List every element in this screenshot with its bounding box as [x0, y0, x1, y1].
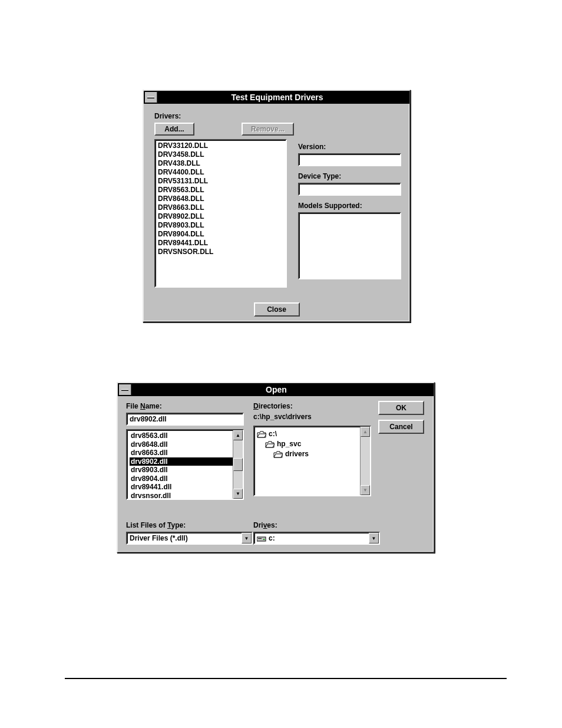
drives-combobox[interactable]: c: ▼: [253, 532, 380, 545]
chevron-down-icon[interactable]: ▼: [242, 533, 252, 543]
driver-list-item[interactable]: DRVSNSOR.DLL: [158, 248, 283, 256]
directory-tree-item[interactable]: drivers: [257, 449, 358, 459]
drives-label: Drives:: [253, 521, 371, 529]
scroll-thumb[interactable]: [233, 458, 243, 471]
open-file-dialog: Open File Name: drv8563.dlldrv8648.dlldr…: [117, 382, 435, 553]
device-type-label: Device Type:: [298, 172, 401, 180]
driver-list-item[interactable]: DRV53131.DLL: [158, 177, 283, 186]
directory-tree-item[interactable]: hp_svc: [257, 439, 358, 449]
file-list-item[interactable]: drv8563.dll: [130, 431, 233, 440]
file-list-item[interactable]: drv89441.dll: [130, 483, 233, 492]
directory-tree-item[interactable]: c:\: [257, 429, 358, 439]
drive-value: c:: [254, 533, 369, 543]
file-type-combobox[interactable]: Driver Files (*.dll) ▼: [126, 532, 253, 545]
directory-name: c:\: [269, 429, 277, 439]
close-button[interactable]: Close: [254, 302, 300, 317]
current-directory-path: c:\hp_svc\drivers: [253, 413, 371, 421]
title-bar: Test Equipment Drivers: [144, 91, 409, 104]
system-menu-icon[interactable]: [118, 384, 131, 396]
driver-list-item[interactable]: DRV8648.DLL: [158, 195, 283, 203]
directory-name: hp_svc: [277, 439, 301, 449]
chevron-down-icon[interactable]: ▼: [369, 533, 379, 543]
scroll-up-button: ▲: [361, 427, 370, 437]
scroll-down-button: ▼: [361, 485, 370, 495]
drive-icon: [257, 535, 266, 541]
list-files-type-label: List Files of Type:: [126, 521, 253, 529]
file-name-input[interactable]: [126, 413, 244, 426]
file-list-item[interactable]: drv8648.dll: [130, 440, 233, 449]
dialog-title: Test Equipment Drivers: [158, 93, 409, 102]
driver-list-item[interactable]: DRV8904.DLL: [158, 230, 283, 239]
directories-label: Directories:: [253, 402, 371, 410]
drivers-listbox[interactable]: DRV33120.DLLDRV3458.DLLDRV438.DLLDRV4400…: [154, 139, 287, 288]
svg-rect-2: [263, 539, 265, 540]
file-list-item[interactable]: drvsnsor.dll: [130, 492, 233, 499]
driver-list-item[interactable]: DRV33120.DLL: [158, 141, 283, 150]
svg-rect-1: [258, 538, 262, 539]
file-list-scrollbar[interactable]: ▲ ▼: [233, 430, 243, 499]
remove-button: Remove...: [242, 123, 294, 136]
system-menu-icon[interactable]: [144, 91, 157, 103]
cancel-button[interactable]: Cancel: [378, 420, 424, 434]
title-bar: Open: [118, 383, 434, 396]
folder-open-icon: [265, 441, 275, 448]
add-button[interactable]: Add...: [154, 123, 194, 136]
scroll-down-button[interactable]: ▼: [233, 489, 243, 499]
file-list-item[interactable]: drv8663.dll: [130, 449, 233, 457]
page-divider: [65, 678, 507, 679]
driver-list-item[interactable]: DRV89441.DLL: [158, 239, 283, 248]
drivers-label: Drivers:: [154, 112, 399, 120]
scroll-up-button[interactable]: ▲: [233, 430, 243, 440]
directory-name: drivers: [285, 449, 309, 459]
folder-open-icon: [257, 431, 266, 438]
file-list-item[interactable]: drv8902.dll: [130, 457, 233, 466]
models-supported-label: Models Supported:: [298, 202, 401, 210]
file-name-label: File Name:: [126, 402, 244, 410]
driver-list-item[interactable]: DRV8563.DLL: [158, 186, 283, 195]
driver-list-item[interactable]: DRV8902.DLL: [158, 212, 283, 221]
device-type-field: [298, 183, 401, 196]
test-equipment-drivers-dialog: Test Equipment Drivers Drivers: Add... R…: [143, 90, 411, 322]
folder-open-icon: [273, 451, 283, 458]
file-type-value: Driver Files (*.dll): [127, 533, 242, 543]
file-list-item[interactable]: drv8903.dll: [130, 466, 233, 475]
driver-list-item[interactable]: DRV8903.DLL: [158, 221, 283, 230]
dialog-title: Open: [132, 385, 434, 394]
directory-scrollbar: ▲ ▼: [360, 427, 370, 495]
driver-list-item[interactable]: DRV8663.DLL: [158, 203, 283, 212]
ok-button[interactable]: OK: [378, 401, 424, 415]
driver-list-item[interactable]: DRV4400.DLL: [158, 168, 283, 177]
version-label: Version:: [298, 143, 401, 151]
file-listbox[interactable]: drv8563.dlldrv8648.dlldrv8663.dlldrv8902…: [126, 429, 244, 500]
models-supported-listbox: [298, 212, 401, 279]
file-list-item[interactable]: drv8904.dll: [130, 475, 233, 483]
version-field: [298, 153, 401, 166]
driver-list-item[interactable]: DRV438.DLL: [158, 159, 283, 168]
directory-listbox[interactable]: c:\hp_svcdrivers ▲ ▼: [253, 426, 371, 496]
driver-list-item[interactable]: DRV3458.DLL: [158, 150, 283, 159]
